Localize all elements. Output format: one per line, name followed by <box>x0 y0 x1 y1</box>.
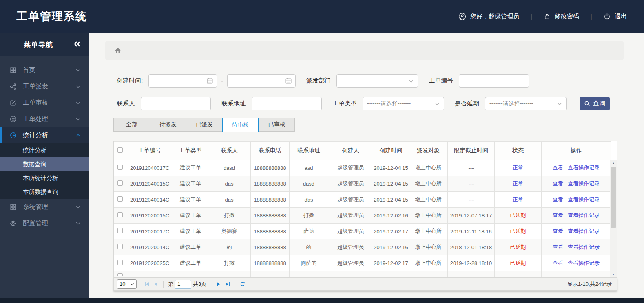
cell-created: 2019-12-04 15 <box>373 192 409 208</box>
order-type-select[interactable]: -------请选择------- <box>363 97 444 110</box>
row-checkbox[interactable] <box>117 244 123 249</box>
row-checkbox[interactable] <box>117 260 123 265</box>
cell-order-no: 201912020015C <box>126 208 173 224</box>
delay-select[interactable]: -------请选择------- <box>485 97 567 110</box>
user-greeting[interactable]: 您好，超级管理员 <box>458 13 519 20</box>
scrollbar-thumb[interactable] <box>611 167 616 228</box>
cell-order-type: 建议工单 <box>173 239 208 255</box>
col-created: 创建时间 <box>373 142 409 160</box>
cell-deadline: 2018-12-01 18:18 <box>448 239 495 255</box>
cell-creator: 超级管理员 <box>328 255 373 271</box>
filter-panel: 创建时间: - <box>113 74 617 110</box>
double-chevron-left-icon[interactable] <box>73 40 82 48</box>
change-password-label: 修改密码 <box>555 13 579 20</box>
sidebar-subitem-local-data-query[interactable]: 本所数据查询 <box>0 185 89 199</box>
view-link[interactable]: 查看 <box>553 244 563 250</box>
calendar-icon[interactable] <box>285 77 292 84</box>
greeting-text: 您好，超级管理员 <box>470 13 519 20</box>
order-no-input[interactable] <box>459 74 529 88</box>
sidebar-item-process[interactable]: 工单处理 <box>0 111 89 127</box>
tab-reviewed[interactable]: 已审核 <box>259 118 295 132</box>
search-button[interactable]: 查询 <box>580 97 610 110</box>
last-page-icon[interactable] <box>223 280 232 289</box>
tab-dispatched[interactable]: 已派发 <box>186 118 222 132</box>
sidebar-item-review[interactable]: 工单审核 <box>0 94 89 111</box>
col-target: 派发对象 <box>409 142 448 160</box>
app-header: 工单管理系统 您好，超级管理员 | 修改密码 | <box>0 0 644 33</box>
table-row: 201912020017C 建议工单 奥德赛 18888888888 萨达 超级… <box>114 224 611 239</box>
pager-divider <box>235 281 235 288</box>
sidebar-item-statistics[interactable]: 统计分析 <box>0 127 89 143</box>
table-row: 201912040015C 建议工单 das 18888888888 dasd … <box>114 176 611 192</box>
row-checkbox[interactable] <box>117 228 123 233</box>
contact-input[interactable] <box>141 97 211 110</box>
logout-button[interactable]: 退出 <box>604 13 627 20</box>
create-time-end-input[interactable] <box>227 74 296 88</box>
scroll-down-icon[interactable]: ▼ <box>610 271 617 277</box>
cell-contact: 的 <box>208 239 251 255</box>
chevron-down-icon <box>75 221 81 226</box>
view-link[interactable]: 查看 <box>553 260 563 266</box>
chevron-up-icon <box>75 133 81 138</box>
table-scrollbar[interactable]: ▲ ▼ <box>610 160 617 277</box>
chevron-down-icon <box>75 116 81 122</box>
tab-pending-review[interactable]: 待审核 <box>222 118 259 132</box>
view-link[interactable]: 查看 <box>553 196 563 202</box>
view-log-link[interactable]: 查看操作记录 <box>568 260 600 266</box>
view-log-link[interactable]: 查看操作记录 <box>568 180 600 187</box>
row-checkbox[interactable] <box>117 196 123 202</box>
col-phone: 联系电话 <box>251 142 290 160</box>
view-log-link[interactable]: 查看操作记录 <box>568 196 600 202</box>
sidebar-subitem-local-statistics[interactable]: 本所统计分析 <box>0 171 89 185</box>
sidebar-item-home[interactable]: 首页 <box>0 62 89 78</box>
sidebar-item-label: 统计分析 <box>23 131 48 140</box>
view-log-link[interactable]: 查看操作记录 <box>568 165 600 171</box>
status-tabs: 全部 待派发 已派发 待审核 已审核 <box>113 118 617 132</box>
home-icon[interactable] <box>114 47 122 54</box>
sidebar-subitem-statistics[interactable]: 统计分析 <box>0 143 89 157</box>
menu-title: 菜单导航 <box>24 40 53 49</box>
tab-all[interactable]: 全部 <box>113 118 150 132</box>
view-link[interactable]: 查看 <box>553 180 563 187</box>
row-checkbox[interactable] <box>117 273 123 276</box>
next-page-icon[interactable] <box>214 280 223 289</box>
view-link[interactable]: 查看 <box>553 228 563 234</box>
work-order-table: 工单编号 工单类型 联系人 联系电话 联系地址 创建人 创建时间 派发对象 限定… <box>113 141 617 277</box>
view-log-link[interactable]: 查看操作记录 <box>568 212 600 218</box>
prev-page-icon[interactable] <box>151 280 160 289</box>
row-checkbox[interactable] <box>117 180 123 186</box>
view-log-link[interactable]: 查看操作记录 <box>568 228 600 234</box>
refresh-icon[interactable] <box>238 280 247 289</box>
create-time-start-input[interactable] <box>148 74 217 88</box>
row-checkbox[interactable] <box>117 212 123 217</box>
cell-address: dasd <box>290 176 328 192</box>
address-label: 联系地址 <box>221 100 246 108</box>
dispatch-dept-select[interactable] <box>336 74 418 88</box>
cell-created: 2019-12-04 15 <box>373 160 409 176</box>
sidebar-item-config[interactable]: 配置管理 <box>0 215 89 231</box>
cell-phone <box>251 271 290 278</box>
total-pages: 共3页 <box>193 281 206 288</box>
menu-header: 菜单导航 <box>0 33 89 56</box>
address-input[interactable] <box>252 97 322 110</box>
scroll-up-icon[interactable]: ▲ <box>610 160 617 166</box>
tab-pending-dispatch[interactable]: 待派发 <box>150 118 186 132</box>
cell-order-no: 201912020025C <box>126 255 173 271</box>
sidebar-subitem-data-query[interactable]: 数据查询 <box>0 157 89 171</box>
cell-phone: 18888888888 <box>251 239 290 255</box>
status-badge: 已延期 <box>495 208 542 224</box>
select-all-checkbox[interactable] <box>117 147 123 153</box>
row-checkbox[interactable] <box>117 165 123 170</box>
chevron-down-icon <box>435 101 440 106</box>
first-page-icon[interactable] <box>142 280 151 289</box>
view-link[interactable]: 查看 <box>553 165 563 171</box>
change-password-button[interactable]: 修改密码 <box>544 13 579 20</box>
cell-creator: 超级管理员 <box>328 192 373 208</box>
view-log-link[interactable]: 查看操作记录 <box>568 244 600 250</box>
sidebar-item-system[interactable]: 系统管理 <box>0 199 89 215</box>
page-number-input[interactable] <box>175 280 191 289</box>
page-size-select[interactable]: 10 <box>117 279 137 289</box>
sidebar-item-dispatch[interactable]: 工单派发 <box>0 78 89 94</box>
view-link[interactable]: 查看 <box>553 212 563 218</box>
calendar-icon[interactable] <box>206 77 213 84</box>
